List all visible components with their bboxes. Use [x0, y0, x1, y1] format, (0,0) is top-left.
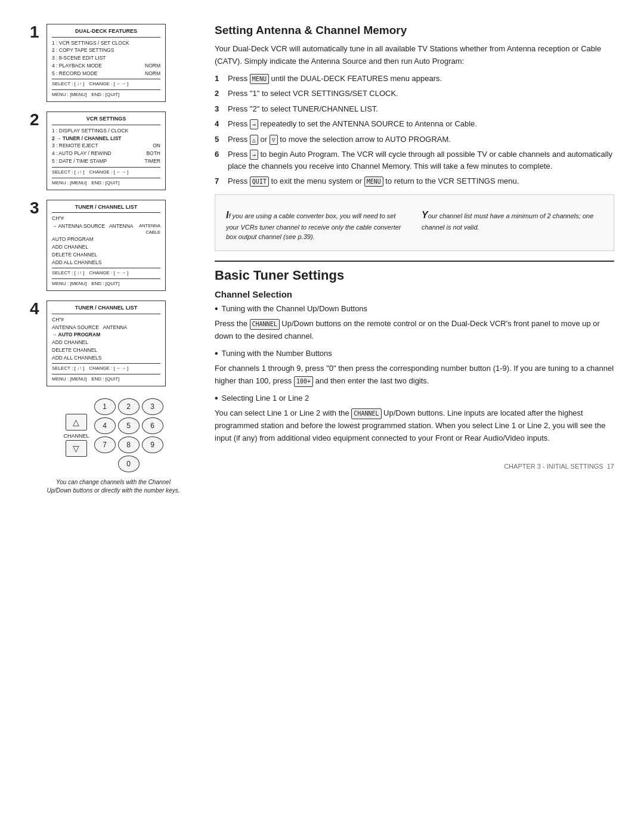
antenna-step-5: 5 Press △ or ▽ to move the selection arr…	[215, 134, 614, 145]
step-1-content: Press MENU until the DUAL-DECK FEATURES …	[228, 73, 614, 85]
step-block-3: 3 TUNER / CHANNEL LIST CH"# → ANTENNA SO…	[30, 200, 197, 292]
menu-title-1: DUAL-DECK FEATURES	[52, 27, 160, 38]
bullet-3-label: Selecting Line 1 or Line 2	[222, 392, 309, 404]
num-btn-3: 3	[142, 398, 163, 415]
menu-row-3-antenna: → ANTENNA SOURCE ANTENNA ANTENNACABLE	[52, 222, 160, 236]
step-1-number: 1	[30, 24, 42, 41]
menu-footer-2b: MENU : [MENU] END : [QUIT]	[52, 178, 160, 187]
ch-down-arrow: ▽	[66, 440, 87, 457]
bullet-1-label: Tuning with the Channel Up/Down Buttons	[222, 303, 368, 315]
antenna-section: Setting Antenna & Channel Memory Your Du…	[215, 24, 614, 251]
menu-row-2-4: 4 : AUTO PLAY / REWINDBOTH	[52, 150, 160, 157]
menu-row-3-del: DELETE CHANNEL	[52, 251, 160, 259]
100plus-key: 100+	[294, 376, 313, 387]
bullet-2: • Tuning with the Number Buttons	[215, 348, 614, 360]
menu-footer-3: SELECT : [ ↓↑ ] CHANGE : [ ←→ ]	[52, 268, 160, 277]
step-2-number: 2	[30, 112, 42, 128]
step-circle-4: 4	[215, 118, 223, 130]
bullet-2-label: Tuning with the Number Buttons	[222, 348, 332, 360]
bullet-dot-3: •	[215, 392, 218, 404]
page-number: 17	[607, 463, 614, 470]
num-btn-9: 9	[142, 436, 163, 453]
channel-selection-subtitle: Channel Selection	[215, 289, 614, 299]
ch-arrow-col: △ CHANNEL ▽	[63, 414, 89, 457]
step-2-content: Press "1" to select VCR SETTINGS/SET CLO…	[228, 88, 614, 100]
menu-row-2-1: 1 : DISPLAY SETTINGS / CLOCK	[52, 127, 160, 135]
bullet-3: • Selecting Line 1 or Line 2	[215, 392, 614, 404]
num-btn-7: 7	[94, 436, 116, 453]
antenna-step-1: 1 Press MENU until the DUAL-DECK FEATURE…	[215, 73, 614, 85]
menu-row-3-ch: CH"#	[52, 215, 160, 222]
antenna-title: Setting Antenna & Channel Memory	[215, 24, 614, 37]
menu-row-4-antenna: ANTENNA SOURCE ANTENNA	[52, 324, 160, 332]
step-7-content: Press QUIT to exit the menu system or ME…	[228, 175, 614, 187]
arrow-key-6: →	[250, 150, 258, 160]
bullet-1: • Tuning with the Channel Up/Down Button…	[215, 303, 614, 315]
antenna-step-6: 6 Press → to begin Auto Program. The VCR…	[215, 148, 614, 172]
menu-title-4: TUNER / CHANNEL LIST	[52, 304, 160, 314]
menu-row-2-2: 2 → TUNER / CHANNEL LIST	[52, 135, 160, 143]
step-circle-2: 2	[215, 88, 223, 100]
menu-title-3: TUNER / CHANNEL LIST	[52, 203, 160, 213]
menu-box-4: TUNER / CHANNEL LIST CH"# ANTENNA SOURCE…	[47, 301, 166, 386]
menu-row-1-4: 4 : PLAYBACK MODENORM	[52, 62, 160, 70]
menu-footer-3b: MENU : [MENU] END : [QUIT]	[52, 278, 160, 287]
num-btn-5: 5	[118, 417, 140, 434]
up-key-5: △	[250, 135, 258, 145]
step-3-content: Press "2" to select TUNER/CHANNEL LIST.	[228, 103, 614, 115]
step-circle-3: 3	[215, 103, 223, 115]
right-column: Setting Antenna & Channel Memory Your Du…	[215, 24, 614, 495]
quit-key-7: QUIT	[250, 176, 269, 187]
step-circle-1: 1	[215, 73, 223, 85]
tip-box: If you are using a cable converter box, …	[215, 194, 614, 251]
channel-key-3: CHANNEL	[351, 408, 381, 419]
step-4-content: Press → repeatedly to set the ANTENNA SO…	[228, 118, 614, 130]
ch-label: CHANNEL	[63, 433, 89, 439]
menu-row-1-2: 2 : COPY TAPE SETTINGS	[52, 47, 160, 54]
channel-button-group: △ CHANNEL ▽ 1 2 3 4 5 6 7 8 9	[63, 398, 163, 472]
left-column: 1 DUAL-DECK FEATURES 1 : VCR SETTINGS / …	[30, 24, 197, 495]
step-4-number: 4	[30, 301, 42, 317]
menu-row-1-3: 3 : 8-SCENE EDIT LIST	[52, 54, 160, 62]
arrow-key-4: →	[250, 119, 258, 129]
channel-diagram: △ CHANNEL ▽ 1 2 3 4 5 6 7 8 9	[30, 398, 197, 495]
num-btn-6: 6	[142, 417, 163, 434]
menu-row-4-addall: ADD ALL CHANNELS	[52, 354, 160, 362]
menu-row-3-addall: ADD ALL CHANNELS	[52, 259, 160, 267]
num-grid: 1 2 3 4 5 6 7 8 9	[94, 398, 163, 453]
step-circle-7: 7	[215, 175, 223, 187]
menu-row-1-1: 1 : VCR SETTINGS / SET CLOCK	[52, 39, 160, 47]
channel-key-1: CHANNEL	[250, 319, 280, 330]
menu-row-4-ch: CH"#	[52, 316, 160, 324]
menu-title-2: VCR SETTINGS	[52, 115, 160, 125]
menu-box-1: DUAL-DECK FEATURES 1 : VCR SETTINGS / SE…	[47, 24, 166, 102]
num-btn-0: 0	[118, 456, 140, 472]
step-block-1: 1 DUAL-DECK FEATURES 1 : VCR SETTINGS / …	[30, 24, 197, 102]
antenna-step-4: 4 Press → repeatedly to set the ANTENNA …	[215, 118, 614, 130]
bullet-dot-1: •	[215, 303, 218, 314]
basic-tuner-title: Basic Tuner Settings	[215, 268, 614, 283]
step-block-4: 4 TUNER / CHANNEL LIST CH"# ANTENNA SOUR…	[30, 301, 197, 386]
menu-row-1-5: 5 : RECORD MODENORM	[52, 70, 160, 78]
menu-footer-1b: MENU : [MENU] END : [QUIT]	[52, 89, 160, 98]
step-5-content: Press △ or ▽ to move the selection arrow…	[228, 134, 614, 145]
bullet-2-text: For channels 1 through 9, press "0" then…	[215, 363, 614, 388]
num-btn-2: 2	[118, 398, 140, 415]
menu-row-3-auto: AUTO PROGRAM	[52, 236, 160, 243]
antenna-step-2: 2 Press "1" to select VCR SETTINGS/SET C…	[215, 88, 614, 100]
menu-row-3-add: ADD CHANNEL	[52, 243, 160, 251]
step-circle-5: 5	[215, 134, 223, 145]
step-circle-6: 6	[215, 148, 223, 172]
tip-i-entry: If you are using a cable converter box, …	[224, 206, 410, 244]
chapter-label: CHAPTER 3 - INITIAL SETTINGS	[504, 463, 603, 470]
antenna-intro: Your Dual-Deck VCR will automatically tu…	[215, 43, 614, 68]
bullet-1-text: Press the CHANNEL Up/Down buttons on the…	[215, 318, 614, 343]
step-3-number: 3	[30, 200, 42, 216]
ch-up-arrow: △	[66, 414, 87, 431]
menu-key-1: MENU	[250, 74, 269, 84]
menu-row-2-5: 5 : DATE / TIME STAMPTIMER	[52, 157, 160, 165]
menu-footer-2: SELECT : [ ↓↑ ] CHANGE : [ ←→ ]	[52, 167, 160, 176]
menu-footer-1: SELECT : [ ↓↑ ] CHANGE : [ ←→ ]	[52, 79, 160, 88]
num-btn-1: 1	[94, 398, 116, 415]
menu-footer-4: SELECT : [ ↓↑ ] CHANGE : [ ←→ ]	[52, 363, 160, 372]
